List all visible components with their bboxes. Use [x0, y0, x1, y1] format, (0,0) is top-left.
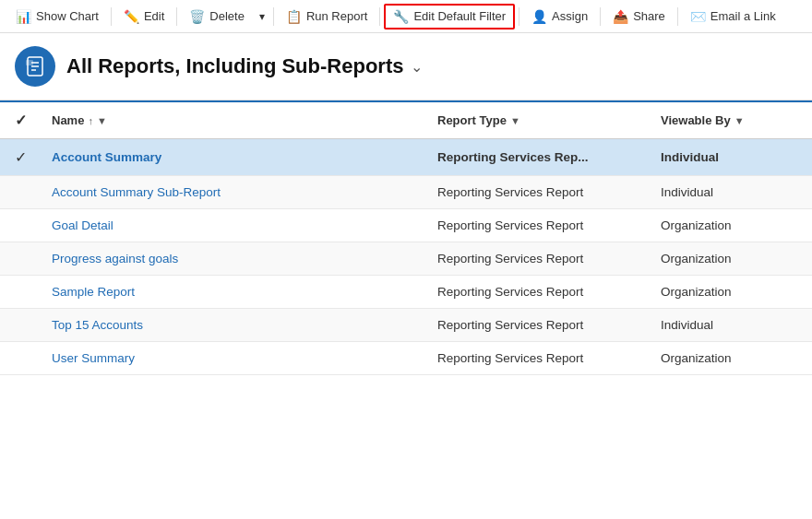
divider-5: [519, 7, 519, 26]
edit-default-filter-button[interactable]: 🔧 Edit Default Filter: [384, 4, 515, 29]
table-row[interactable]: User SummaryReporting Services ReportOrg…: [0, 342, 812, 375]
show-chart-label: Show Chart: [36, 9, 99, 23]
row-viewable-by: Individual: [650, 139, 812, 176]
header-check-mark: ✓: [15, 112, 27, 128]
email-link-button[interactable]: ✉️ Email a Link: [682, 5, 784, 29]
divider-2: [176, 7, 177, 26]
table-header-row: ✓ Name ↑ ▼ Report Type ▼: [0, 101, 812, 139]
row-report-type: Reporting Services Report: [426, 309, 650, 342]
row-checkbox[interactable]: [0, 276, 41, 309]
share-icon: 📤: [613, 9, 628, 24]
divider-6: [600, 7, 601, 26]
assign-icon: 👤: [531, 9, 547, 24]
row-viewable-by: Individual: [650, 176, 812, 209]
row-name[interactable]: Progress against goals: [41, 242, 426, 276]
header-dropdown-chevron[interactable]: ⌄: [411, 58, 423, 76]
edit-label: Edit: [144, 9, 164, 23]
divider-7: [677, 7, 678, 26]
report-name-link[interactable]: User Summary: [52, 351, 135, 365]
assign-label: Assign: [552, 9, 588, 23]
row-checkbox[interactable]: [0, 209, 41, 242]
row-checkbox[interactable]: [0, 242, 41, 276]
row-report-type: Reporting Services Report: [426, 242, 650, 276]
share-button[interactable]: 📤 Share: [604, 5, 674, 29]
row-viewable-by: Organization: [650, 342, 812, 375]
divider-1: [111, 7, 112, 26]
col-viewable-by-label: Viewable By: [661, 113, 731, 127]
name-sort-icon[interactable]: ↑: [88, 115, 93, 126]
page-header: All Reports, Including Sub-Reports ⌄: [0, 33, 812, 100]
edit-icon: ✏️: [124, 9, 139, 24]
report-name-link[interactable]: Goal Detail: [52, 218, 113, 232]
row-checkbox[interactable]: [0, 176, 41, 209]
col-viewable-by: Viewable By ▼: [650, 101, 812, 139]
report-name-link[interactable]: Account Summary: [52, 150, 161, 164]
edit-button[interactable]: ✏️ Edit: [115, 5, 173, 29]
row-report-type: Reporting Services Report: [426, 209, 650, 242]
row-name[interactable]: Top 15 Accounts: [41, 309, 426, 342]
table-row[interactable]: Goal DetailReporting Services ReportOrga…: [0, 209, 812, 242]
page-title: All Reports, Including Sub-Reports: [66, 54, 403, 78]
run-report-icon: 📋: [286, 9, 302, 24]
filter-edit-icon: 🔧: [393, 9, 409, 24]
header-title-row: All Reports, Including Sub-Reports ⌄: [66, 54, 423, 78]
row-checkbox[interactable]: [0, 342, 41, 375]
run-report-button[interactable]: 📋 Run Report: [278, 5, 376, 29]
row-report-type: Reporting Services Report: [426, 176, 650, 209]
divider-4: [379, 7, 380, 26]
report-name-link[interactable]: Sample Report: [52, 285, 135, 299]
svg-rect-4: [26, 60, 33, 65]
table-row[interactable]: Sample ReportReporting Services ReportOr…: [0, 276, 812, 309]
delete-label: Delete: [209, 9, 245, 23]
run-report-label: Run Report: [306, 9, 367, 23]
row-report-type: Reporting Services Report: [426, 276, 650, 309]
row-report-type: Reporting Services Rep...: [426, 139, 650, 176]
row-checkbox[interactable]: ✓: [0, 139, 41, 176]
email-icon: ✉️: [690, 9, 706, 24]
row-checkbox[interactable]: [0, 309, 41, 342]
row-viewable-by: Organization: [650, 276, 812, 309]
chart-icon: 📊: [16, 9, 31, 24]
delete-chevron[interactable]: ▾: [255, 6, 269, 28]
report-name-link[interactable]: Progress against goals: [52, 252, 178, 265]
assign-button[interactable]: 👤 Assign: [523, 5, 596, 29]
row-viewable-by: Organization: [650, 209, 812, 242]
report-name-link[interactable]: Account Summary Sub-Report: [52, 185, 221, 199]
table-row[interactable]: Progress against goalsReporting Services…: [0, 242, 812, 276]
row-name[interactable]: User Summary: [41, 342, 426, 375]
col-report-type: Report Type ▼: [426, 101, 650, 139]
show-chart-button[interactable]: 📊 Show Chart: [7, 5, 107, 29]
row-name[interactable]: Account Summary Sub-Report: [41, 176, 426, 209]
table-row[interactable]: Account Summary Sub-ReportReporting Serv…: [0, 176, 812, 209]
share-label: Share: [633, 9, 665, 23]
edit-default-filter-label: Edit Default Filter: [413, 9, 506, 23]
table-body: ✓Account SummaryReporting Services Rep..…: [0, 139, 812, 375]
col-name: Name ↑ ▼: [41, 101, 426, 139]
row-report-type: Reporting Services Report: [426, 342, 650, 375]
name-filter-icon[interactable]: ▼: [97, 115, 107, 126]
row-check-mark: ✓: [15, 149, 27, 165]
table-row[interactable]: ✓Account SummaryReporting Services Rep..…: [0, 139, 812, 176]
reports-table-container: ✓ Name ↑ ▼ Report Type ▼: [0, 100, 812, 519]
email-link-label: Email a Link: [710, 9, 776, 23]
delete-icon: 🗑️: [189, 9, 205, 24]
reports-table: ✓ Name ↑ ▼ Report Type ▼: [0, 100, 812, 375]
delete-button[interactable]: 🗑️ Delete: [181, 5, 253, 29]
toolbar: 📊 Show Chart ✏️ Edit 🗑️ Delete ▾ 📋 Run R…: [0, 0, 812, 33]
report-name-link[interactable]: Top 15 Accounts: [52, 318, 143, 332]
col-name-label: Name: [52, 113, 84, 127]
header-icon: [15, 46, 55, 87]
row-name[interactable]: Account Summary: [41, 139, 426, 176]
viewable-by-filter-icon[interactable]: ▼: [734, 115, 745, 126]
col-check: ✓: [0, 101, 41, 139]
report-type-filter-icon[interactable]: ▼: [510, 115, 520, 126]
row-viewable-by: Organization: [650, 242, 812, 276]
row-viewable-by: Individual: [650, 309, 812, 342]
row-name[interactable]: Sample Report: [41, 276, 426, 309]
row-name[interactable]: Goal Detail: [41, 209, 426, 242]
divider-3: [273, 7, 274, 26]
reports-icon: [24, 55, 46, 77]
table-row[interactable]: Top 15 AccountsReporting Services Report…: [0, 309, 812, 342]
col-report-type-label: Report Type: [437, 113, 507, 127]
content-area: All Reports, Including Sub-Reports ⌄ ✓ N…: [0, 33, 812, 519]
